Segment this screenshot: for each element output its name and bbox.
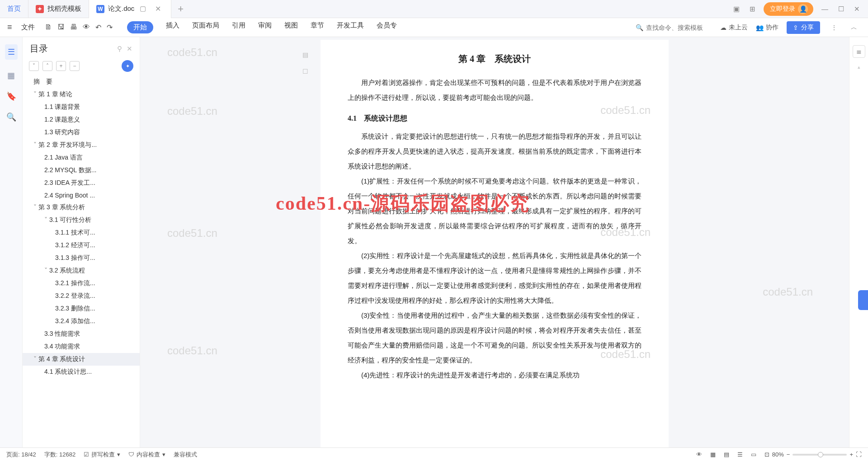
ribbon-tab-chapter[interactable]: 章节	[311, 21, 324, 33]
new-doc-icon[interactable]: 🗎	[45, 23, 52, 32]
print-icon[interactable]: 🖶	[70, 23, 77, 32]
zoom-in-icon[interactable]: +	[849, 451, 853, 458]
outline-item[interactable]: 2.1 Java 语言	[23, 151, 140, 164]
thumbnails-icon[interactable]: ▦	[7, 71, 15, 80]
spell-check[interactable]: ☑拼写检查 ▾	[84, 451, 120, 459]
file-menu[interactable]: 文件	[18, 23, 38, 32]
para-use: (2)实用性：程序设计是一个先高屋建瓴式的设想，然后再具体化，实用性就是具体化的…	[348, 248, 642, 308]
outline-item[interactable]: 4.1 系统设计思...	[23, 366, 140, 378]
right-tool-strip: ≣ ▴	[849, 37, 868, 447]
outline-item[interactable]: 3.3 性能需求	[23, 328, 140, 340]
content-check[interactable]: 🛡内容检查 ▾	[128, 451, 165, 459]
search-icon: 🔍	[636, 24, 643, 31]
add-level-icon[interactable]: +	[56, 61, 66, 71]
ribbon-tab-devtools[interactable]: 开发工具	[337, 21, 364, 33]
cloud-label: 未上云	[729, 24, 748, 32]
outline-item[interactable]: 2.2 MYSQL 数据...	[23, 164, 140, 177]
zoom-slider[interactable]	[793, 454, 847, 456]
watermark: code51.cn	[763, 286, 813, 298]
outline-icon[interactable]: ☰	[5, 44, 18, 60]
apps-grid-icon[interactable]: ⊞	[748, 4, 757, 14]
view-eye-icon[interactable]: 👁	[696, 451, 702, 458]
ribbon-tab-view[interactable]: 视图	[284, 21, 298, 33]
outline-item[interactable]: 3.4 功能需求	[23, 340, 140, 353]
outline-item[interactable]: 3.1.2 经济可...	[23, 239, 140, 252]
outline-item[interactable]: ˅第 4 章 系统设计	[23, 353, 140, 366]
ribbon-tab-layout[interactable]: 页面布局	[192, 21, 219, 33]
remove-level-icon[interactable]: −	[70, 61, 80, 71]
bookmark-icon[interactable]: 🔖	[6, 91, 16, 101]
collapse-ribbon-icon[interactable]: ︿	[848, 24, 860, 32]
more-icon[interactable]: ⋮	[828, 24, 840, 31]
tab-home[interactable]: 首页	[0, 0, 28, 18]
outline-item[interactable]: 2.4 Spring Boot ...	[23, 189, 140, 201]
outline-item[interactable]: 2.3 IDEA 开发工...	[23, 177, 140, 189]
outline-item[interactable]: ˅第 3 章 系统分析	[23, 201, 140, 214]
login-button[interactable]: 立即登录 👤	[764, 2, 813, 16]
document-viewport[interactable]: code51.cn code51.cn code51.cn code51.cn …	[140, 37, 849, 447]
outline-item[interactable]: 摘 要	[23, 75, 140, 88]
pin-icon[interactable]: ⚲	[117, 45, 122, 53]
undo-icon[interactable]: ↶	[95, 23, 101, 32]
tab-close-icon[interactable]: ✕	[155, 5, 161, 13]
side-tag[interactable]	[858, 290, 868, 310]
outline-item[interactable]: ˅3.2 系统流程	[23, 264, 140, 277]
redo-icon[interactable]: ↷	[107, 23, 113, 32]
outline-item[interactable]: 1.2 课题意义	[23, 113, 140, 126]
tab-templates[interactable]: ✦ 找稻壳模板	[28, 0, 89, 18]
outline-item[interactable]: 3.2.2 登录流...	[23, 290, 140, 302]
collaborate[interactable]: 👥协作	[756, 24, 778, 32]
save-icon[interactable]: 🖫	[57, 23, 65, 32]
tab-document[interactable]: W 论文.doc ▢ ✕	[89, 0, 171, 18]
hamburger-icon[interactable]: ≡	[4, 21, 16, 34]
close-panel-icon[interactable]: ✕	[127, 45, 132, 53]
fit-icon[interactable]: ⊡	[764, 451, 769, 458]
outline-item[interactable]: ˅3.1 可行性分析	[23, 214, 140, 226]
compat-mode[interactable]: 兼容模式	[174, 451, 197, 459]
outline-item[interactable]: ˅第 2 章 开发环境与...	[23, 139, 140, 151]
page-indicator[interactable]: 页面: 18/42	[6, 451, 36, 459]
cloud-sync[interactable]: ☁未上云	[720, 24, 748, 32]
outline-item[interactable]: 1.1 课题背景	[23, 101, 140, 113]
tab-window-icon[interactable]: ▢	[140, 5, 146, 13]
outline-item[interactable]: 3.2.1 操作流...	[23, 277, 140, 290]
ribbon-tab-start[interactable]: 开始	[127, 21, 153, 33]
ai-badge-icon[interactable]: ✦	[122, 60, 133, 72]
share-button[interactable]: ⇪分享	[787, 21, 820, 34]
view-web-icon[interactable]: ▤	[724, 451, 729, 458]
format-pane-icon[interactable]: ≣	[853, 45, 865, 58]
zoom-control[interactable]: ⊡ 80% − + ⛶	[764, 451, 862, 458]
window-minimize[interactable]: —	[820, 4, 830, 14]
outline-item[interactable]: 3.1.3 操作可...	[23, 252, 140, 264]
outline-item[interactable]: 3.1.1 技术可...	[23, 226, 140, 239]
search-panel-icon[interactable]: 🔍	[6, 112, 16, 122]
collapse-all-icon[interactable]: ˅	[29, 61, 39, 71]
fullscreen-icon[interactable]: ⛶	[856, 451, 862, 458]
ribbon-tab-insert[interactable]: 插入	[166, 21, 179, 33]
word-count[interactable]: 字数: 12682	[44, 451, 75, 459]
window-maximize[interactable]: ☐	[836, 4, 846, 14]
share-icon: ⇪	[793, 24, 798, 31]
ribbon-tab-references[interactable]: 引用	[232, 21, 245, 33]
outline-item[interactable]: 3.2.3 删除信...	[23, 302, 140, 315]
outline-item[interactable]: 3.2.4 添加信...	[23, 315, 140, 328]
command-search[interactable]: 🔍	[636, 24, 709, 31]
view-outline-icon[interactable]: ☰	[737, 451, 743, 458]
zoom-out-icon[interactable]: −	[787, 451, 790, 458]
window-close[interactable]: ✕	[852, 4, 862, 14]
layout-icon[interactable]: ▣	[731, 4, 741, 14]
page-copy-icon[interactable]: ☐	[302, 65, 308, 79]
search-input[interactable]	[646, 24, 709, 31]
outline-item[interactable]: ˅第 1 章 绪论	[23, 88, 140, 101]
view-page-icon[interactable]: ▦	[710, 451, 716, 458]
view-read-icon[interactable]: ▭	[751, 451, 756, 458]
outline-list[interactable]: 摘 要˅第 1 章 绪论1.1 课题背景1.2 课题意义1.3 研究内容˅第 2…	[23, 75, 140, 447]
ribbon-tab-member[interactable]: 会员专	[377, 21, 397, 33]
para-sec: (3)安全性：当使用者使用的过程中，会产生大量的相关数据，这些数据必须有安全性的…	[348, 308, 642, 367]
outline-item[interactable]: 1.3 研究内容	[23, 126, 140, 139]
page-anchor-icon[interactable]: ▤	[302, 48, 308, 62]
tab-add[interactable]: +	[171, 3, 190, 15]
preview-icon[interactable]: 👁	[83, 23, 90, 32]
expand-all-icon[interactable]: ˄	[42, 61, 52, 71]
ribbon-tab-review[interactable]: 审阅	[258, 21, 272, 33]
